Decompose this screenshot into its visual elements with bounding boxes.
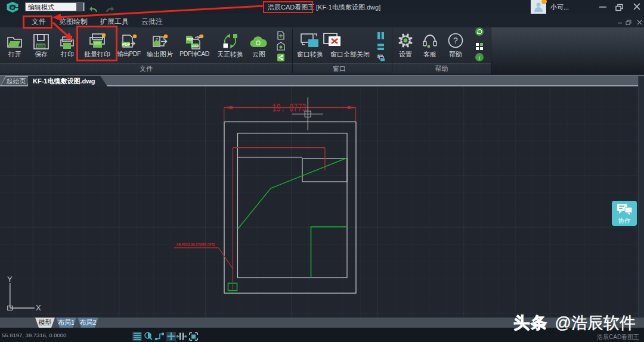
svg-text:KB-F2010-WL17/WB7-OPT8: KB-F2010-WL17/WB7-OPT8 [177, 242, 215, 247]
svg-text:X: X [36, 303, 41, 312]
svg-text:Y: Y [7, 275, 13, 284]
svg-text:19. 0773: 19. 0773 [273, 101, 306, 115]
